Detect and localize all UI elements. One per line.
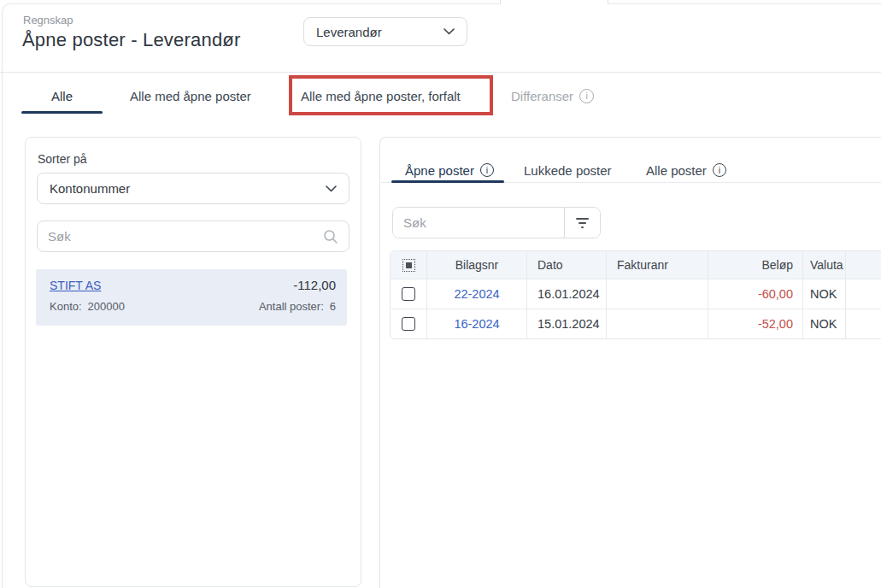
tab-label: Differanser [511,89,573,103]
breadcrumb: Regnskap [23,14,73,26]
bilagsnr-link[interactable]: 22-2024 [454,287,499,301]
red-highlight-annotation [289,75,493,115]
supplier-link[interactable]: STIFT AS [50,279,101,292]
belop-cell: -52,00 [708,309,803,338]
col-fakturanr: Fakturanr [607,251,708,279]
tab-differanser[interactable]: Differanser [511,82,594,109]
poster-label: Antall poster: [259,300,324,313]
supplier-search-input[interactable] [48,229,323,244]
ledger-type-dropdown[interactable]: Leverandør [303,17,467,46]
tab-label: Åpne poster [405,163,474,178]
dato-cell: 15.01.2024 [527,309,607,338]
sort-select[interactable]: Kontonummer [37,173,349,204]
filter-icon [576,218,589,220]
filter-button[interactable] [564,208,600,238]
valuta-cell: NOK [803,309,846,338]
tab-apne-poster[interactable]: Åpne poster [405,159,494,181]
tab-alle-poster[interactable]: Alle poster [646,159,726,181]
bilagsnr-link[interactable]: 16-2024 [454,317,499,331]
konto-label: Konto: [50,300,82,313]
active-tab-underline [391,180,504,183]
tab-label: Lukkede poster [524,163,612,178]
sort-select-value: Kontonummer [50,181,130,196]
supplier-konto: Konto:200000 [50,300,125,313]
postings-search-group [392,207,601,238]
dato-cell: 16.01.2024 [527,279,607,309]
postings-panel: Åpne poster Lukkede poster Alle poster [379,137,881,588]
suppliers-panel: Sorter på Kontonummer STIFT AS -112,00 K… [25,137,361,587]
valuta-cell: NOK [803,279,846,309]
col-valuta: Valuta [803,251,846,279]
tab-label: Alle poster [646,163,707,178]
col-extra [846,251,881,279]
select-all-cell[interactable] [391,251,427,279]
info-icon [713,163,726,177]
postings-table: Bilagsnr Dato Fakturanr Beløp Valuta 22-… [390,250,881,339]
row-checkbox[interactable] [402,317,415,331]
info-icon [480,163,494,177]
konto-value: 200000 [88,300,125,313]
info-icon [579,89,594,103]
select-all-icon [402,259,415,272]
ledger-type-value: Leverandør [316,25,382,39]
poster-value: 6 [330,300,336,313]
col-dato: Dato [527,251,607,279]
supplier-balance: -112,00 [293,278,336,292]
table-row: 22-2024 16.01.2024 -60,00 NOK [391,279,881,309]
page-title: Åpne poster - Leverandør [22,29,241,51]
table-header-row: Bilagsnr Dato Fakturanr Beløp Valuta [391,251,881,279]
row-checkbox[interactable] [402,287,415,301]
supplier-list-item[interactable]: STIFT AS -112,00 Konto:200000 Antall pos… [36,269,347,326]
fakturanr-cell [607,309,708,338]
chevron-down-icon [443,28,455,35]
belop-cell: -60,00 [708,279,803,309]
col-belop: Beløp [708,251,803,279]
fakturanr-cell [607,279,708,309]
app-window: Regnskap Åpne poster - Leverandør Levera… [0,0,881,588]
tab-alle-label: Alle [51,89,73,103]
tab-alle-med-apne-poster[interactable]: Alle med åpne poster [130,82,251,109]
top-tab-notch-edge-left [500,0,501,4]
tabbar-divider [0,72,881,73]
postings-search-input[interactable] [393,208,564,238]
tab-lukkede-poster[interactable]: Lukkede poster [524,159,612,181]
active-tab-underline [21,111,103,114]
supplier-poster-count: Antall poster:6 [259,300,336,313]
top-tab-notch-edge-right [608,0,608,4]
tab-alle[interactable]: Alle [21,82,103,109]
search-icon [323,229,338,244]
table-row: 16-2024 15.01.2024 -52,00 NOK [391,309,881,338]
chevron-down-icon [326,185,337,192]
sort-label: Sorter på [38,152,87,166]
col-bilagsnr: Bilagsnr [427,251,527,279]
tab-label: Alle med åpne poster [130,89,251,103]
supplier-search [37,220,349,252]
top-tab-notch [500,3,608,6]
